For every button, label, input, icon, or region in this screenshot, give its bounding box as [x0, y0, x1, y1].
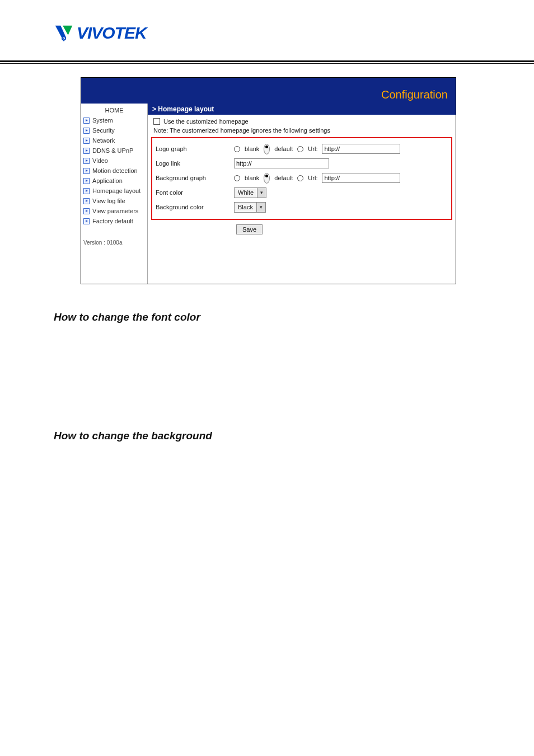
background-graph-blank-radio[interactable] — [234, 175, 240, 181]
sidebar-item-label: Security — [92, 127, 115, 134]
arrow-right-icon: ▸ — [83, 208, 90, 214]
background-graph-default-radio[interactable] — [264, 173, 270, 184]
sidebar-item-label: Video — [92, 157, 108, 164]
sidebar-item-label: Factory default — [92, 218, 133, 224]
arrow-right-icon: ▸ — [83, 168, 90, 174]
sidebar-item-system[interactable]: ▸ System — [81, 115, 147, 125]
sidebar-item-label: DDNS & UPnP — [92, 147, 133, 154]
logo-graph-url-radio[interactable] — [297, 146, 303, 152]
arrow-right-icon: ▸ — [83, 218, 90, 224]
logo-mark-icon — [53, 22, 74, 44]
chevron-down-icon: ▾ — [256, 203, 265, 212]
panel-title-text: Configuration — [381, 88, 448, 101]
background-graph-url-input[interactable] — [322, 173, 400, 183]
arrow-right-icon: ▸ — [83, 178, 90, 184]
sidebar-home[interactable]: HOME — [81, 104, 147, 115]
logo-graph-label: Logo graph — [156, 145, 229, 152]
sidebar-item-label: Homepage layout — [92, 187, 140, 194]
version-text: Version : 0100a — [81, 226, 147, 246]
logo-link-row: Logo link — [156, 156, 447, 171]
sidebar-item-label: Motion detection — [92, 167, 138, 174]
configuration-panel: Configuration HOME ▸ System ▸ Security ▸… — [81, 77, 456, 284]
logo-graph-url-input[interactable] — [322, 144, 400, 154]
arrow-right-icon: ▸ — [83, 128, 90, 134]
doc-heading-background: How to change the background — [54, 430, 534, 442]
svg-point-1 — [63, 37, 64, 39]
sidebar-item-application[interactable]: ▸ Application — [81, 176, 147, 186]
sidebar-item-network[interactable]: ▸ Network — [81, 135, 147, 145]
use-customized-row: Use the customized homepage — [151, 116, 452, 126]
chevron-down-icon: ▾ — [257, 188, 266, 198]
use-customized-label: Use the customized homepage — [163, 118, 249, 125]
sidebar-item-factory-default[interactable]: ▸ Factory default — [81, 216, 147, 226]
background-graph-url-radio[interactable] — [297, 175, 303, 181]
sidebar-item-view-parameters[interactable]: ▸ View parameters — [81, 206, 147, 216]
sidebar-item-security[interactable]: ▸ Security — [81, 125, 147, 135]
content-area: > Homepage layout Use the customized hom… — [148, 104, 456, 284]
font-color-select[interactable]: White ▾ — [234, 187, 266, 198]
font-color-row: Font color White ▾ — [156, 185, 447, 200]
sidebar-item-label: View parameters — [92, 208, 138, 214]
sidebar-item-label: View log file — [92, 198, 125, 204]
logo-area: VIVOTEK — [0, 0, 534, 55]
radio-label-default: default — [274, 145, 293, 152]
sidebar-item-motion-detection[interactable]: ▸ Motion detection — [81, 166, 147, 176]
radio-label-blank: blank — [245, 175, 259, 181]
doc-heading-font-color: How to change the font color — [54, 311, 534, 323]
font-color-value: White — [235, 189, 257, 196]
section-title: > Homepage layout — [148, 104, 456, 115]
font-color-label: Font color — [156, 189, 229, 196]
sidebar-item-ddns-upnp[interactable]: ▸ DDNS & UPnP — [81, 145, 147, 156]
logo-graph-default-radio[interactable] — [264, 144, 270, 154]
sidebar-item-label: Network — [92, 137, 115, 144]
arrow-right-icon: ▸ — [83, 158, 90, 164]
background-graph-label: Background graph — [156, 175, 229, 181]
use-customized-checkbox[interactable] — [153, 118, 160, 125]
logo-link-input[interactable] — [234, 158, 329, 168]
background-color-row: Background color Black ▾ — [156, 200, 447, 214]
arrow-right-icon: ▸ — [83, 198, 90, 204]
sidebar-item-label: System — [92, 117, 113, 124]
settings-group: Logo graph blank default Url: — [151, 137, 452, 220]
save-button[interactable]: Save — [236, 224, 263, 234]
logo-link-label: Logo link — [156, 160, 229, 167]
panel-title: Configuration — [81, 78, 456, 104]
sidebar-item-homepage-layout[interactable]: ▸ Homepage layout — [81, 186, 147, 196]
arrow-right-icon: ▸ — [83, 118, 90, 124]
sidebar-item-video[interactable]: ▸ Video — [81, 156, 147, 166]
logo-graph-row: Logo graph blank default Url: — [156, 142, 447, 156]
arrow-right-icon: ▸ — [83, 188, 90, 194]
radio-label-url: Url: — [308, 175, 317, 181]
sidebar: HOME ▸ System ▸ Security ▸ Network ▸ DDN… — [81, 104, 148, 284]
radio-label-blank: blank — [245, 145, 259, 152]
top-divider — [0, 60, 534, 64]
background-color-label: Background color — [156, 204, 229, 210]
logo-text: VIVOTEK — [77, 24, 147, 43]
background-color-select[interactable]: Black ▾ — [234, 202, 266, 213]
background-color-value: Black — [235, 204, 256, 210]
note-text: Note: The customerized homepage ignores … — [151, 126, 452, 137]
sidebar-item-label: Application — [92, 177, 123, 184]
radio-label-default: default — [274, 175, 293, 181]
background-graph-row: Background graph blank default Url: — [156, 171, 447, 185]
arrow-right-icon: ▸ — [83, 148, 90, 154]
arrow-right-icon: ▸ — [83, 138, 90, 144]
vivotek-logo: VIVOTEK — [53, 22, 534, 44]
radio-label-url: Url: — [308, 145, 317, 152]
logo-graph-blank-radio[interactable] — [234, 146, 240, 152]
sidebar-item-view-log-file[interactable]: ▸ View log file — [81, 196, 147, 206]
